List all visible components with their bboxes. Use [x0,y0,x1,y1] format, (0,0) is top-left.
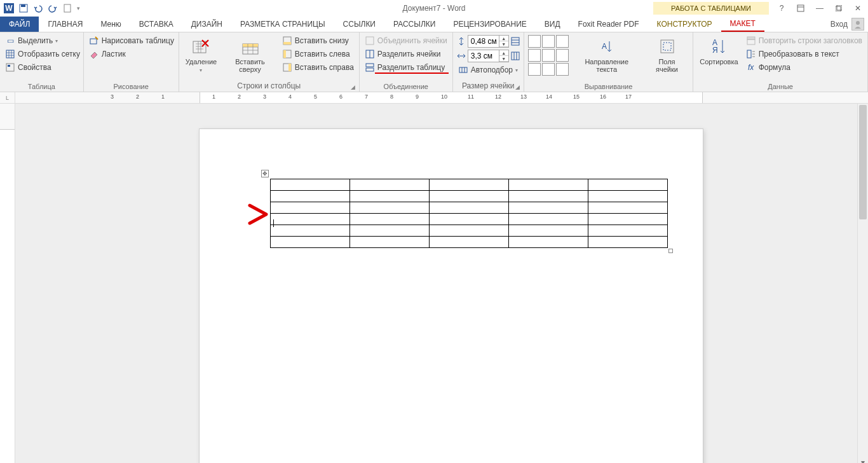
cell-margins-button[interactable]: Поля ячейки [645,35,689,81]
row-height-input[interactable]: ▲▼ [468,35,509,48]
svg-rect-28 [459,67,467,73]
svg-rect-26 [512,38,519,45]
ruler-horizontal[interactable]: 3211234567891011121314151617 [15,92,868,104]
eraser-button[interactable]: Ластик [88,48,175,60]
sort-button[interactable]: АЯСортировка [697,35,740,81]
chevron-down-icon: ▾ [515,67,518,73]
align-ml[interactable] [528,49,541,62]
formula-icon: fx [746,62,756,73]
ruler-vertical[interactable] [0,104,15,463]
svg-rect-36 [747,50,751,58]
align-tl[interactable] [528,35,541,48]
tab-menu[interactable]: Меню [92,17,130,32]
tab-mailings[interactable]: РАССЫЛКИ [384,17,444,32]
tab-page-layout[interactable]: РАЗМЕТКА СТРАНИЦЫ [231,17,334,32]
save-icon[interactable] [18,3,29,13]
split-table-button[interactable]: Разделить таблицу [363,62,449,73]
redo-icon[interactable] [48,3,58,13]
svg-rect-13 [193,41,206,53]
table-move-handle-icon[interactable]: ✥ [261,170,269,177]
tab-constructor[interactable]: КОНСТРУКТОР [648,17,721,32]
svg-rect-21 [288,64,291,71]
spin-up-icon[interactable]: ▲ [499,36,508,41]
text-direction-icon: A [597,36,617,57]
distribute-rows-icon[interactable] [511,37,520,46]
tab-file[interactable]: ФАЙЛ [0,17,39,32]
scrollbar-thumb[interactable] [859,105,867,219]
draw-table-button[interactable]: Нарисовать таблицу [88,35,175,46]
tab-layout-table[interactable]: МАКЕТ [721,17,764,32]
document-table[interactable]: ✥ [270,179,668,248]
text-direction-button[interactable]: AНаправление текста [573,35,641,81]
spin-up-icon[interactable]: ▲ [499,50,508,56]
svg-rect-22 [366,37,374,45]
insert-col-left-icon [282,49,292,59]
insert-left-button[interactable]: Вставить слева [281,48,355,60]
cell-margins-icon [657,36,677,57]
ruler-mark: 2 [238,93,241,100]
convert-text-icon [746,49,756,59]
tab-references[interactable]: ССЫЛКИ [334,17,384,32]
split-cells-button[interactable]: Разделить ячейки [363,48,449,60]
insert-above-button[interactable]: Вставить сверху [223,35,277,80]
chevron-down-icon: ▾ [55,38,58,44]
tab-insert[interactable]: ВСТАВКА [130,17,182,32]
select-button[interactable]: ▭Выделить ▾ [4,35,81,46]
qat-customize-icon[interactable]: ▾ [77,5,80,11]
word-app-icon: W [4,3,14,13]
ruler-mark: 7 [365,93,368,100]
close-icon[interactable]: ✕ [851,2,864,15]
help-icon[interactable]: ? [775,2,788,15]
align-br[interactable] [556,63,569,76]
spin-down-icon[interactable]: ▼ [499,41,508,47]
svg-rect-15 [243,44,258,47]
svg-rect-35 [747,39,755,45]
align-mr[interactable] [556,49,569,62]
table-row [271,237,668,248]
dialog-launcher-icon[interactable]: ◢ [351,84,355,90]
group-label-size: Размер ячейки◢ [457,80,520,92]
maximize-icon[interactable] [832,2,845,15]
table-resize-handle-icon[interactable] [668,249,673,253]
insert-right-button[interactable]: Вставить справа [281,62,355,73]
undo-icon[interactable] [33,3,43,13]
alignment-grid[interactable] [528,35,569,81]
tab-foxit[interactable]: Foxit Reader PDF [569,17,648,32]
col-width-input[interactable]: ▲▼ [468,50,509,62]
spin-down-icon[interactable]: ▼ [499,56,508,62]
ribbon-display-icon[interactable] [794,2,807,15]
minimize-icon[interactable]: — [813,2,826,15]
user-avatar-icon[interactable] [851,18,864,31]
ruler-corner: L [0,92,15,104]
align-mc[interactable] [542,49,555,62]
properties-button[interactable]: Свойства [4,62,81,73]
align-bl[interactable] [528,63,541,76]
tab-view[interactable]: ВИД [536,17,569,32]
svg-rect-17 [283,42,291,45]
view-gridlines-button[interactable]: Отобразить сетку [4,48,81,60]
autofit-button[interactable]: Автоподбор ▾ [457,64,520,76]
insert-below-button[interactable]: Вставить снизу [281,35,355,46]
dialog-launcher-icon[interactable]: ◢ [515,84,520,90]
tab-design[interactable]: ДИЗАЙН [182,17,231,32]
vertical-scrollbar[interactable]: ▴ ▾ [857,104,868,463]
formula-button[interactable]: fxФормула [745,62,864,73]
sign-in-link[interactable]: Вход [831,20,848,29]
convert-to-text-button[interactable]: Преобразовать в текст [745,48,864,60]
tab-home[interactable]: ГЛАВНАЯ [39,17,92,32]
autofit-icon [458,65,468,75]
chevron-down-icon: ▾ [200,67,202,74]
distribute-cols-icon[interactable] [511,52,520,60]
align-tr[interactable] [556,35,569,48]
document-area[interactable]: ✥ ▴ ▾ [15,104,868,463]
page[interactable]: ✥ [200,129,703,463]
align-tc[interactable] [542,35,555,48]
split-cells-icon [365,49,375,59]
delete-button[interactable]: Удаление▾ [183,35,220,80]
tab-review[interactable]: РЕЦЕНЗИРОВАНИЕ [444,17,535,32]
new-doc-icon[interactable] [62,3,72,13]
scroll-down-icon[interactable]: ▾ [858,457,868,463]
align-bc[interactable] [542,63,555,76]
insert-col-right-icon [282,62,292,73]
annotation-arrow-icon [247,203,270,226]
